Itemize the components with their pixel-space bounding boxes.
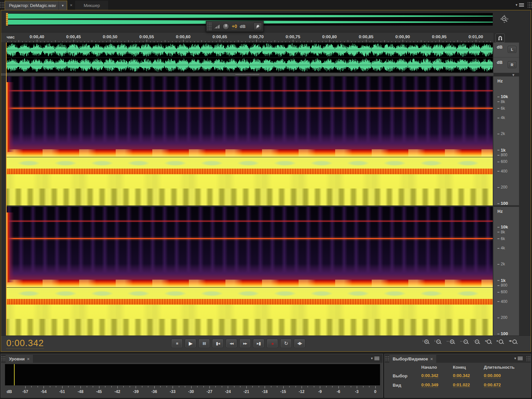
freq-tick-4k: 4k (497, 115, 505, 120)
volume-knob[interactable] (222, 23, 229, 30)
panel-grip[interactable] (526, 355, 530, 361)
panel-grip[interactable] (528, 1, 532, 9)
levels-panel-menu-button[interactable]: ▼ (367, 354, 383, 363)
zoom-out-amplitude-button[interactable]: ↕− (434, 339, 441, 344)
gain-unit-label: dB (240, 24, 245, 29)
skip-to-end-button[interactable]: ▸▮ (253, 339, 264, 348)
skip-to-start-button[interactable]: ▮◂ (212, 339, 223, 348)
freq-tick-10k: 10k (497, 224, 508, 229)
ruler-tick-label: 0:00,55 (139, 34, 154, 39)
right-db-label: dB (497, 60, 502, 65)
transport-controls: ■▶▮▮▮◂◂◂▸▸▸▮●↻◂▮▸ (171, 339, 305, 348)
ruler-tick-label: 0:00,95 (432, 34, 447, 39)
timeline-ruler[interactable]: чмс 0:00,400:00,450:00,500:00,550:00,600… (1, 32, 493, 42)
ruler-tick-label: 0:00,45 (66, 34, 81, 39)
tab-selection-view[interactable]: Выбор/Видимое × (389, 355, 436, 363)
freq-tick-1k: 1k (497, 278, 505, 283)
playhead-line[interactable] (6, 43, 7, 335)
db-tick--33: -33 (170, 389, 176, 394)
zoom-to-out-point-button[interactable]: ▸ (497, 339, 503, 344)
record-button[interactable]: ● (267, 339, 278, 348)
selection-start-value[interactable]: 0:00.342 (421, 373, 438, 378)
freq-tick-6k: 6k (497, 236, 505, 241)
levels-panel: Уровни × ▼ dB -57-54-51-48-45-42-39-36-3… (1, 354, 383, 398)
ruler-tick-label: 0:01,00 (468, 34, 483, 39)
db-tick--15: -15 (280, 389, 286, 394)
ruler-tick-label: 0:00,50 (103, 34, 117, 39)
freq-tick-800: 800 (497, 283, 507, 288)
db-tick--51: -51 (59, 389, 65, 394)
panel-grip[interactable] (0, 1, 4, 9)
db-unit-label: dB (7, 389, 12, 394)
stop-button[interactable]: ■ (171, 339, 183, 348)
row-selection-label: Выбор (393, 373, 407, 378)
db-tick-0: 0 (374, 389, 376, 394)
skip-selection-button[interactable]: ◂▮▸ (294, 339, 305, 348)
hud-pin-button[interactable] (253, 23, 262, 30)
snap-magnet-button[interactable] (495, 34, 505, 43)
pause-button[interactable]: ▮▮ (199, 339, 210, 348)
spectrogram-right-channel[interactable] (6, 207, 493, 336)
editor-panel-menu-button[interactable]: ▼ (512, 0, 527, 10)
right-channel-button[interactable]: R (508, 61, 516, 68)
waveform-spectral-divider[interactable] (1, 73, 493, 76)
ruler-tick-label: 0:00,40 (30, 34, 44, 39)
levels-close-icon[interactable]: × (27, 356, 30, 361)
db-tick--48: -48 (78, 389, 83, 394)
editor-panel: +0 dB чмс 0:00,400:00,450:00,500:00,550:… (1, 10, 531, 352)
overview-playhead-marker[interactable] (6, 13, 8, 26)
spectrogram-left-channel[interactable] (6, 76, 493, 205)
freq-tick-1k: 1k (497, 147, 505, 152)
selection-close-icon[interactable]: × (430, 356, 433, 361)
selection-duration-value[interactable]: 0:00.000 (484, 373, 501, 378)
row-view-label: Вид (393, 383, 401, 388)
waveform-display[interactable] (6, 43, 493, 72)
spectral-line-6k (6, 238, 493, 239)
divider-grip[interactable] (235, 74, 259, 75)
freq-tick-400: 400 (497, 299, 507, 304)
freq-tick-800: 800 (497, 153, 507, 157)
zoom-to-selection-button[interactable]: ◂▸ (509, 339, 517, 344)
view-start-value[interactable]: 0:00.349 (421, 382, 438, 388)
tab-editor-label: Редактор: DeMagic.wav (9, 3, 56, 8)
volume-bars-icon (214, 25, 220, 29)
tab-editor[interactable]: Редактор: DeMagic.wav ▼ (5, 1, 67, 10)
tab-editor-close-icon[interactable]: × (67, 0, 75, 10)
tab-levels[interactable]: Уровни × (6, 355, 33, 363)
loop-playback-button[interactable]: ↻ (280, 339, 292, 348)
zoom-in-amplitude-button[interactable]: ↕+ (422, 339, 429, 344)
selection-panel-menu-button[interactable]: ▼ (510, 354, 526, 363)
current-time-display[interactable]: 0:00.342 (6, 338, 44, 349)
fast-forward-button[interactable]: ▸▸ (239, 339, 251, 348)
zoom-in-time-button[interactable]: ↔+ (446, 339, 454, 344)
gain-value[interactable]: +0 (232, 24, 237, 29)
zoom-out-time-button[interactable]: ↔− (460, 339, 468, 344)
zoom-to-in-point-button[interactable]: ◂ (485, 339, 491, 344)
zoom-reset-button[interactable]: ·− (473, 339, 479, 344)
column-start: Начало (421, 365, 437, 370)
panel-grip[interactable] (385, 355, 389, 361)
frequency-scale-left: Hz 10k8k6k4k2k1k800600400200100 (493, 76, 519, 205)
rewind-button[interactable]: ◂◂ (226, 339, 237, 348)
zoom-controls: ↕+↕−↔+↔−·−◂▸◂▸ (422, 339, 517, 344)
left-db-label: dB (497, 45, 502, 50)
overview-zoom-nav-icon[interactable] (499, 14, 510, 25)
hud-grip[interactable] (207, 22, 211, 31)
tab-mixer[interactable]: Микшер (75, 1, 109, 10)
panel-grip[interactable] (1, 355, 5, 361)
spectral-line-13k (6, 90, 493, 91)
ruler-tick-label: 0:00,90 (395, 34, 410, 39)
volume-hud: +0 dB (206, 21, 264, 32)
chevron-down-icon[interactable]: ▼ (59, 1, 64, 10)
view-end-value[interactable]: 0:01.022 (453, 382, 470, 388)
view-duration-value[interactable]: 0:00.672 (484, 382, 501, 388)
db-tick--9: -9 (318, 389, 322, 394)
freq-unit-label: Hz (497, 78, 503, 83)
selection-end-value[interactable]: 0:00.342 (453, 373, 470, 378)
left-channel-button[interactable]: L (508, 46, 516, 53)
levels-title: Уровни (9, 356, 25, 361)
play-button[interactable]: ▶ (185, 339, 196, 348)
menu-arrow-icon: ▼ (515, 3, 518, 7)
db-tick--36: -36 (151, 389, 157, 394)
ruler-unit-label[interactable]: чмс (7, 35, 15, 40)
